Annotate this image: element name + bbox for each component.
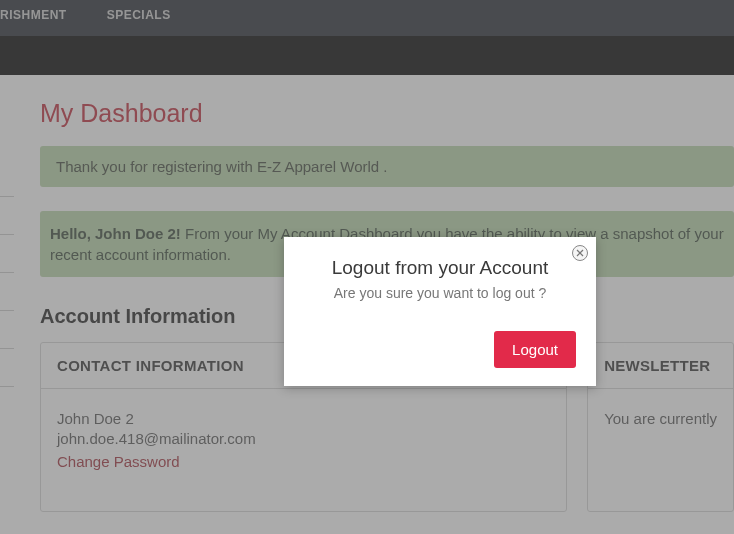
logout-button[interactable]: Logout bbox=[494, 331, 576, 368]
logout-modal: Logout from your Account Are you sure yo… bbox=[284, 237, 596, 386]
modal-actions: Logout bbox=[304, 331, 576, 368]
modal-title: Logout from your Account bbox=[304, 257, 576, 279]
modal-text: Are you sure you want to log out ? bbox=[304, 285, 576, 301]
close-icon[interactable] bbox=[572, 245, 588, 261]
